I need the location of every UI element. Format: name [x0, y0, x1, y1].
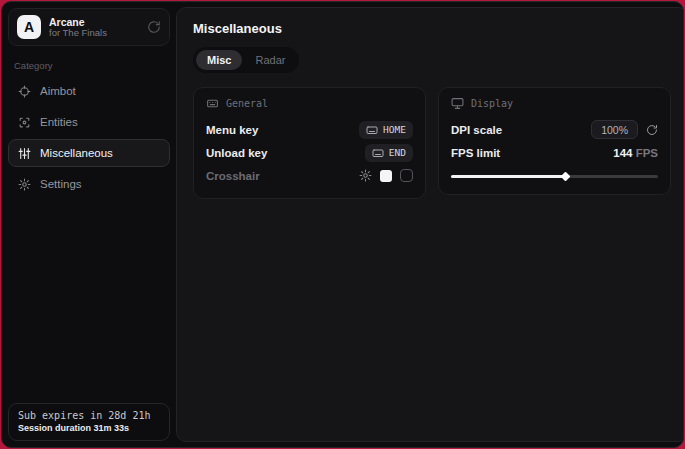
app-window: A Arcane for The Finals Category Aimbot	[1, 1, 684, 448]
sidebar-item-entities[interactable]: Entities	[8, 108, 170, 136]
menu-key-bind-button[interactable]: HOME	[359, 121, 413, 139]
crosshair-settings-gear-icon[interactable]	[359, 169, 372, 182]
dpi-scale-row: DPI scale 100%	[451, 118, 658, 141]
sliders-icon	[18, 147, 31, 160]
crosshair-label: Crosshair	[206, 170, 260, 182]
session-card: Sub expires in 28d 21h Session duration …	[8, 403, 170, 441]
slider-fill	[451, 175, 565, 178]
entities-icon	[18, 116, 31, 129]
keyboard-grid-icon	[206, 97, 219, 110]
fps-limit-value: 144 FPS	[613, 147, 658, 159]
crosshair-checkbox[interactable]	[400, 169, 413, 182]
app-logo: A	[17, 15, 41, 39]
sync-icon[interactable]	[147, 20, 161, 34]
display-card-header: Display	[451, 97, 658, 110]
dpi-scale-controls: 100%	[591, 120, 658, 139]
app-subtitle: for The Finals	[49, 28, 139, 39]
sidebar-item-settings[interactable]: Settings	[8, 170, 170, 198]
crosshair-row: Crosshair	[206, 164, 413, 187]
sidebar: A Arcane for The Finals Category Aimbot	[2, 2, 176, 447]
menu-key-label: Menu key	[206, 124, 258, 136]
crosshair-icon	[18, 85, 31, 98]
general-card-header: General	[206, 97, 413, 110]
menu-key-row: Menu key HOME	[206, 118, 413, 141]
tabbar: Misc Radar	[193, 47, 299, 73]
app-name: Arcane	[49, 16, 139, 28]
monitor-icon	[451, 97, 464, 110]
sidebar-nav: Aimbot Entities Miscellaneous	[8, 77, 170, 198]
sidebar-item-aimbot[interactable]: Aimbot	[8, 77, 170, 105]
sub-expiry-text: Sub expires in 28d 21h	[18, 410, 160, 421]
unload-key-bind-button[interactable]: END	[365, 144, 413, 162]
fps-unit: FPS	[636, 147, 658, 159]
slider-thumb[interactable]	[560, 172, 570, 182]
sidebar-item-label: Entities	[40, 116, 78, 128]
display-card-title: Display	[471, 98, 513, 109]
sidebar-spacer	[8, 198, 170, 403]
dpi-scale-value[interactable]: 100%	[591, 120, 638, 139]
sidebar-item-label: Aimbot	[40, 85, 76, 97]
fps-limit-label: FPS limit	[451, 147, 500, 159]
display-card: Display DPI scale 100% FPS limit	[438, 87, 671, 195]
sidebar-item-miscellaneous[interactable]: Miscellaneous	[8, 139, 170, 167]
profile-card: A Arcane for The Finals	[8, 8, 170, 46]
fps-limit-row: FPS limit 144 FPS	[451, 141, 658, 164]
sidebar-item-label: Settings	[40, 178, 82, 190]
sidebar-item-label: Miscellaneous	[40, 147, 113, 159]
page-title: Miscellaneous	[193, 21, 671, 36]
fps-limit-slider[interactable]	[451, 169, 658, 183]
gear-icon	[18, 178, 31, 191]
tab-radar[interactable]: Radar	[244, 50, 296, 70]
general-card-title: General	[226, 98, 268, 109]
unload-key-value: END	[389, 147, 406, 158]
dpi-scale-label: DPI scale	[451, 124, 502, 136]
session-duration-text: Session duration 31m 33s	[18, 423, 160, 433]
crosshair-color-swatch[interactable]	[380, 170, 392, 182]
unload-key-label: Unload key	[206, 147, 267, 159]
dpi-refresh-icon[interactable]	[646, 124, 658, 136]
crosshair-controls	[359, 169, 413, 182]
tab-misc[interactable]: Misc	[196, 50, 242, 70]
general-card: General Menu key HOME Unload key	[193, 87, 426, 199]
keyboard-icon	[372, 147, 384, 159]
profile-text: Arcane for The Finals	[49, 16, 139, 39]
cards-row: General Menu key HOME Unload key	[193, 87, 671, 199]
fps-number: 144	[613, 147, 632, 159]
category-label: Category	[14, 60, 164, 71]
unload-key-row: Unload key END	[206, 141, 413, 164]
menu-key-value: HOME	[383, 124, 406, 135]
keyboard-icon	[366, 124, 378, 136]
main-panel: Miscellaneous Misc Radar General Menu ke…	[176, 7, 684, 442]
